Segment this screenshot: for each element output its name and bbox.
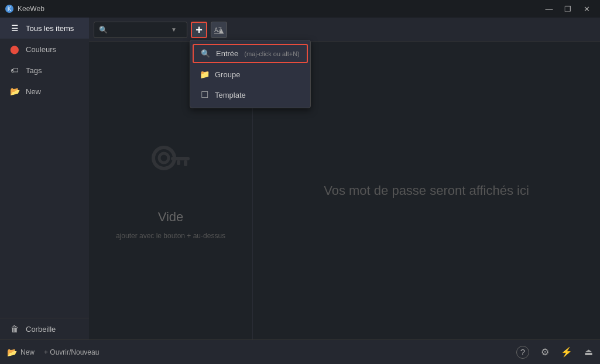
svg-rect-9 [177, 160, 180, 165]
sidebar-item-label: New [26, 87, 41, 96]
dropdown-item-groupe[interactable]: 📁 Groupe [190, 64, 310, 84]
help-button[interactable]: ? [516, 346, 529, 359]
sidebar-item-trash[interactable]: 🗑 Corbeille [0, 318, 89, 339]
sidebar: ☰ Tous les items ⬤ Couleurs 🏷 Tags 📂 New… [0, 18, 89, 339]
sidebar-bottom: 🗑 Corbeille [0, 318, 89, 339]
search-box[interactable]: 🔍 ▼ [94, 22, 187, 38]
dropdown-menu: 🔍 Entrée (maj-click ou alt+N) 📁 Groupe ☐… [190, 40, 311, 108]
sidebar-item-all-items[interactable]: ☰ Tous les items [0, 18, 89, 39]
detail-placeholder-text: Vos mot de passe seront affichés ici [324, 183, 529, 198]
sort-button[interactable]: AZ [211, 22, 227, 38]
dropdown-item-label: Entrée [216, 49, 238, 58]
close-button[interactable]: ✕ [578, 2, 595, 15]
bottom-left: 📂 New + Ouvrir/Nouveau [7, 348, 99, 357]
sidebar-item-colors[interactable]: ⬤ Couleurs [0, 39, 89, 60]
all-items-icon: ☰ [9, 23, 20, 33]
logout-button[interactable]: ⏏ [584, 346, 593, 358]
empty-title: Vide [158, 210, 184, 225]
maximize-button[interactable]: ❐ [559, 2, 577, 15]
sidebar-item-label: Tags [26, 66, 42, 75]
key-svg [148, 142, 194, 188]
bottom-open-new-item[interactable]: + Ouvrir/Nouveau [44, 348, 99, 356]
search-dropdown-icon[interactable]: ▼ [171, 26, 177, 33]
svg-text:K: K [8, 6, 12, 12]
add-button[interactable]: + [191, 22, 207, 38]
app-title: KeeWeb [18, 5, 44, 13]
svg-point-6 [159, 153, 169, 163]
dropdown-item-template[interactable]: ☐ Template [190, 84, 310, 105]
search-input[interactable] [110, 26, 169, 34]
sidebar-item-new[interactable]: 📂 New [0, 81, 89, 102]
groupe-icon: 📁 [200, 70, 209, 79]
sidebar-item-label: Corbeille [26, 325, 56, 334]
dropdown-item-label: Groupe [215, 70, 240, 79]
bottom-new-label: New [20, 348, 35, 356]
dropdown-item-label: Template [215, 91, 246, 99]
app-body: ☰ Tous les items ⬤ Couleurs 🏷 Tags 📂 New… [0, 18, 600, 339]
new-folder-icon: 📂 [9, 87, 20, 96]
dropdown-item-shortcut: (maj-click ou alt+N) [244, 50, 299, 57]
empty-hint: ajouter avec le bouton + au-dessus [116, 232, 225, 240]
sync-button[interactable]: ⚡ [561, 346, 572, 358]
sidebar-item-label: Couleurs [26, 45, 56, 54]
colors-icon: ⬤ [9, 44, 20, 54]
tags-icon: 🏷 [9, 66, 20, 75]
sidebar-item-tags[interactable]: 🏷 Tags [0, 60, 89, 81]
bottom-right: ? ⚙ ⚡ ⏏ [516, 346, 593, 359]
search-icon: 🔍 [99, 26, 108, 34]
minimize-button[interactable]: — [540, 2, 558, 15]
bottom-bar: 📂 New + Ouvrir/Nouveau ? ⚙ ⚡ ⏏ [0, 339, 600, 364]
bottom-new-item[interactable]: 📂 New [7, 348, 35, 357]
content-area: Vide ajouter avec le bouton + au-dessus … [89, 42, 600, 339]
sort-icon: AZ [214, 25, 224, 35]
svg-rect-7 [171, 157, 190, 160]
trash-icon: 🗑 [9, 324, 20, 334]
dropdown-item-entree[interactable]: 🔍 Entrée (maj-click ou alt+N) [193, 44, 308, 63]
window-controls: — ❐ ✕ [540, 2, 595, 15]
title-bar-left: K KeeWeb [5, 4, 44, 13]
settings-button[interactable]: ⚙ [541, 346, 549, 358]
template-icon: ☐ [200, 90, 209, 100]
app-icon: K [5, 4, 14, 13]
title-bar: K KeeWeb — ❐ ✕ [0, 0, 600, 18]
bottom-new-icon: 📂 [7, 348, 17, 357]
empty-key-icon [148, 142, 194, 198]
toolbar: 🔍 ▼ + AZ 🔍 Entrée (maj-click ou alt+N) [89, 18, 600, 42]
svg-rect-8 [184, 160, 187, 166]
sidebar-item-label: Tous les items [26, 24, 74, 33]
entree-icon: 🔍 [201, 49, 210, 58]
bottom-open-new-label: + Ouvrir/Nouveau [44, 348, 99, 356]
main-area: 🔍 ▼ + AZ 🔍 Entrée (maj-click ou alt+N) [89, 18, 600, 339]
